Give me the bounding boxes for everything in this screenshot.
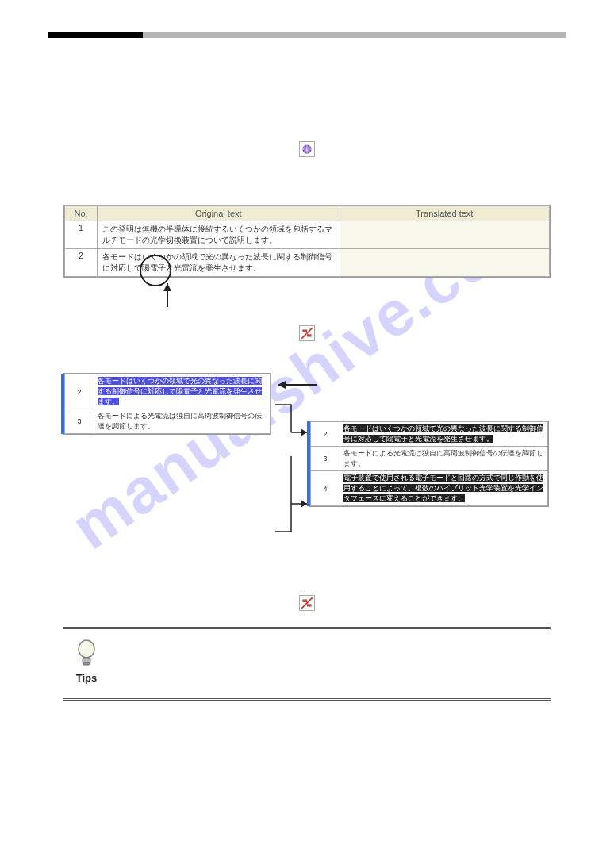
svg-marker-7	[301, 500, 307, 508]
break-link-icon	[299, 325, 315, 341]
row-original[interactable]: この発明は無機の半導体に接続するいくつかの領域を包括するマルチモードの光学切換装…	[98, 221, 340, 249]
svg-rect-10	[83, 658, 90, 663]
comparison-tables: 2 各モードはいくつかの領域で光の異なった波長に関する制御信号に対応して陽電子と…	[63, 373, 551, 563]
row-no: 4	[311, 471, 340, 506]
row-text[interactable]: 各モードによる光電流は独自に高周波制御信号の伝達を調節します。	[340, 447, 548, 471]
row-translated[interactable]	[340, 221, 550, 249]
break-link-icon	[299, 595, 315, 611]
table-row[interactable]: 3 各モードによる光電流は独自に高周波制御信号の伝達を調節します。	[311, 447, 548, 471]
table-row[interactable]: 1 この発明は無機の半導体に接続するいくつかの領域を包括するマルチモードの光学切…	[65, 221, 550, 249]
lightbulb-icon	[75, 639, 98, 670]
row-no: 3	[311, 447, 340, 471]
row-original[interactable]: 各モードはいくつかの領域で光の異なった波長に関する制御信号に対応して陽電子と光電…	[98, 249, 340, 277]
icon-row-3	[48, 595, 566, 611]
icon-row-2	[48, 325, 566, 341]
table-row[interactable]: 2 各モードはいくつかの領域で光の異なった波長に関する制御信号に対応して陽電子と…	[65, 374, 271, 409]
svg-marker-2	[163, 283, 171, 291]
selection-bar-icon	[61, 374, 64, 434]
mapping-arrow-icon	[270, 373, 317, 405]
mapping-bracket-icon	[271, 401, 311, 536]
row-no: 2	[65, 249, 98, 277]
row-text[interactable]: 電子装置で使用される電子モードと回路の方式で同じ作動を使用することによって、複数…	[340, 471, 548, 506]
svg-line-3	[301, 328, 313, 339]
table-row[interactable]: 3 各モードによる光電流は独自に高周波制御信号の伝達を調節します。	[65, 409, 271, 434]
page-top-bar	[48, 32, 566, 38]
translation-table: No. Original text Translated text 1 この発明…	[63, 205, 551, 278]
header-original: Original text	[98, 206, 340, 221]
svg-point-9	[79, 640, 94, 658]
tips-callout: Tips	[63, 627, 551, 701]
row-text[interactable]: 各モードはいくつかの領域で光の異なった波長に関する制御信号に対応して陽電子と光電…	[340, 422, 548, 447]
row-no: 2	[311, 422, 340, 447]
tips-label: Tips	[67, 672, 106, 684]
icon-row-1	[48, 141, 566, 157]
svg-line-8	[301, 597, 313, 609]
row-no: 3	[65, 409, 94, 434]
table-row[interactable]: 4 電子装置で使用される電子モードと回路の方式で同じ作動を使用することによって、…	[311, 471, 548, 506]
table-row[interactable]: 2 各モードはいくつかの領域で光の異なった波長に関する制御信号に対応して陽電子と…	[311, 422, 548, 447]
row-translated[interactable]	[340, 249, 550, 277]
svg-marker-5	[278, 381, 286, 389]
header-no: No.	[65, 206, 98, 221]
hyperlink-globe-icon	[299, 141, 315, 157]
selection-bar-icon	[307, 421, 310, 506]
svg-marker-6	[301, 428, 307, 436]
pointer-arrow-icon	[152, 283, 183, 315]
header-translated: Translated text	[340, 206, 550, 221]
svg-rect-11	[83, 663, 90, 665]
row-no: 1	[65, 221, 98, 249]
table-row[interactable]: 2 各モードはいくつかの領域で光の異なった波長に関する制御信号に対応して陽電子と…	[65, 249, 550, 277]
row-no: 2	[65, 374, 94, 409]
row-text[interactable]: 各モードはいくつかの領域で光の異なった波長に関する制御信号に対応して陽電子と光電…	[94, 374, 271, 409]
row-text[interactable]: 各モードによる光電流は独自に高周波制御信号の伝達を調節します。	[94, 409, 271, 434]
right-snippet-table: 2 各モードはいくつかの領域で光の異なった波長に関する制御信号に対応して陽電子と…	[309, 421, 549, 507]
left-snippet-table: 2 各モードはいくつかの領域で光の異なった波長に関する制御信号に対応して陽電子と…	[63, 373, 271, 435]
svg-point-12	[81, 643, 86, 649]
